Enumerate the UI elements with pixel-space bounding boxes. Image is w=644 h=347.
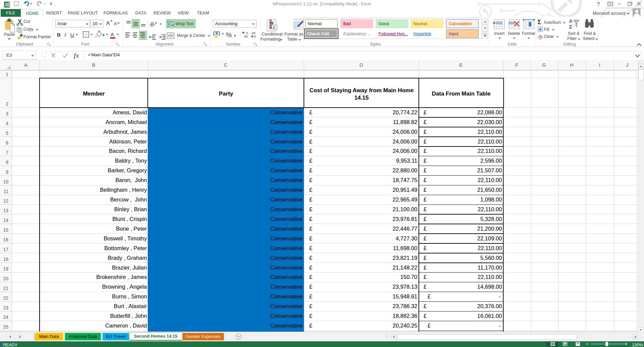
svg-text:?: ? [597,1,600,7]
svg-text:ab: ab [148,21,155,27]
svg-text:I: I [64,32,66,38]
svg-text:≠: ≠ [273,25,275,30]
svg-text:,: , [234,30,236,37]
svg-text:A: A [569,18,573,24]
svg-text:A: A [106,20,110,26]
svg-text:Z: Z [569,24,572,30]
svg-text:U: U [70,32,74,38]
svg-text:B: B [57,32,61,38]
svg-text:%: % [226,31,232,39]
svg-text:.00: .00 [243,35,248,38]
svg-text:A: A [111,32,114,37]
svg-text:fx: fx [74,52,79,59]
svg-text:A: A [114,21,117,26]
